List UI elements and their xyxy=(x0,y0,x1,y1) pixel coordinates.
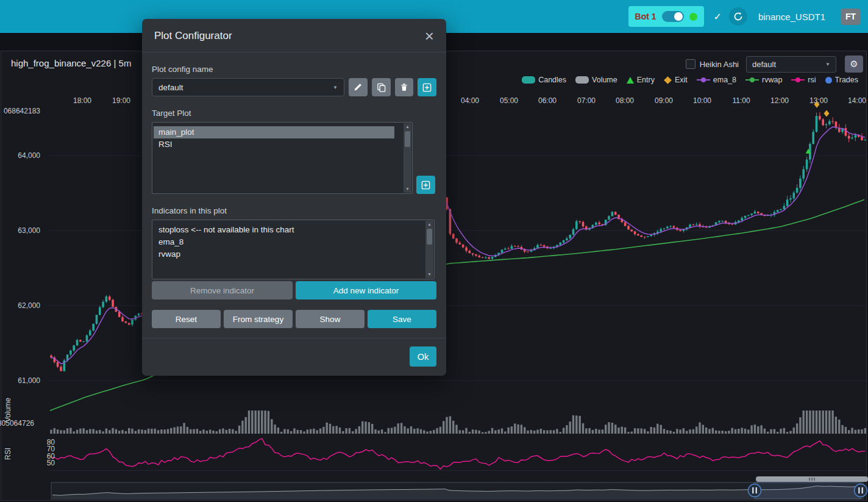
chevron-down-icon: ▼ xyxy=(825,62,830,67)
datazoom-handle[interactable] xyxy=(855,484,867,497)
svg-text:18:00: 18:00 xyxy=(73,96,91,105)
circle-marker xyxy=(825,77,832,84)
svg-text:07:00: 07:00 xyxy=(577,96,596,105)
toggle-knob xyxy=(674,12,683,21)
config-name-row: default ▼ xyxy=(152,78,436,96)
svg-text:62,000: 62,000 xyxy=(18,301,40,310)
pencil-icon xyxy=(354,83,362,91)
config-name-label: Plot config name xyxy=(152,65,436,74)
config-name-select[interactable]: default ▼ xyxy=(152,78,344,96)
indicator-list[interactable]: stoploss <-- not available in this chart… xyxy=(152,220,435,279)
datazoom-handle[interactable] xyxy=(749,484,761,497)
indicator-option[interactable]: rvwap xyxy=(154,248,416,260)
legend-item-candles[interactable]: Candles xyxy=(522,76,566,84)
scrollbar[interactable]: ▲ ▼ xyxy=(404,123,411,193)
svg-text:63,000: 63,000 xyxy=(18,226,40,235)
indicator-option[interactable]: stoploss <-- not available in this chart xyxy=(154,224,416,236)
datazoom-slider[interactable] xyxy=(51,476,868,499)
scroll-down-icon[interactable]: ▼ xyxy=(427,272,432,277)
svg-text:068642183: 068642183 xyxy=(4,107,40,115)
legend-label: rsi xyxy=(808,76,816,84)
scrollbar[interactable]: ▲ ▼ xyxy=(425,221,433,278)
trash-icon xyxy=(400,83,408,91)
svg-text:14:00: 14:00 xyxy=(848,96,866,105)
plot-configurator-modal: Plot Configurator × Plot config name def… xyxy=(142,19,446,376)
modal-title: Plot Configurator xyxy=(154,30,232,42)
line-dot-marker xyxy=(697,79,710,81)
legend-item-exit[interactable]: Exit xyxy=(664,76,688,84)
duplicate-config-button[interactable] xyxy=(372,78,391,96)
svg-text:05:00: 05:00 xyxy=(500,96,518,105)
chart-legend: CandlesVolumeEntryExitema_8rvwaprsiTrade… xyxy=(522,76,858,84)
modal-footer: Ok xyxy=(142,338,446,376)
svg-text:13:00: 13:00 xyxy=(809,96,828,105)
line-dot-marker xyxy=(745,79,759,81)
ft-logo[interactable]: FT xyxy=(841,9,860,25)
chart-controls: Heikin Ashi default ▼ ⚙ xyxy=(686,56,863,73)
legend-item-ema-8[interactable]: ema_8 xyxy=(697,76,736,84)
diamond-marker xyxy=(664,76,672,84)
svg-text:61,000: 61,000 xyxy=(18,376,40,385)
legend-item-trades[interactable]: Trades xyxy=(825,76,858,84)
refresh-button[interactable] xyxy=(729,7,747,26)
scroll-up-icon[interactable]: ▲ xyxy=(405,124,410,129)
bot-online-toggle[interactable] xyxy=(662,11,684,22)
triangle-marker xyxy=(627,77,634,84)
volume-series xyxy=(50,411,866,434)
bot-name-label: Bot 1 xyxy=(635,12,656,21)
remove-indicator-button[interactable]: Remove indicator xyxy=(152,281,293,299)
close-icon[interactable]: × xyxy=(425,28,434,44)
legend-label: ema_8 xyxy=(713,76,736,84)
add-config-button[interactable] xyxy=(418,78,436,96)
scroll-down-icon[interactable]: ▼ xyxy=(405,187,410,192)
ok-button[interactable]: Ok xyxy=(410,346,436,367)
indicator-option[interactable]: ema_8 xyxy=(154,236,416,248)
round-rect-marker xyxy=(575,76,589,84)
svg-text:09:00: 09:00 xyxy=(655,96,673,105)
svg-text:19:00: 19:00 xyxy=(112,96,130,105)
svg-text:RSI: RSI xyxy=(4,448,12,460)
target-plot-option[interactable]: main_plot xyxy=(154,126,394,138)
modal-body: Plot config name default ▼ xyxy=(142,52,446,338)
gear-icon: ⚙ xyxy=(850,59,858,70)
reset-button[interactable]: Reset xyxy=(152,310,221,328)
legend-item-rsi[interactable]: rsi xyxy=(791,76,816,84)
box-plus-icon xyxy=(422,83,432,92)
bot-status-dot xyxy=(689,13,697,21)
target-plot-option[interactable]: RSI xyxy=(154,138,394,151)
show-button[interactable]: Show xyxy=(296,310,365,328)
add-indicator-button[interactable]: Add new indicator xyxy=(296,281,436,299)
rsi-series xyxy=(51,439,865,469)
target-plot-label: Target Plot xyxy=(152,109,436,118)
plot-settings-button[interactable]: ⚙ xyxy=(845,56,863,73)
pair-label: binance_USDT1 xyxy=(758,12,825,22)
config-actions-row: Reset From strategy Show Save xyxy=(152,310,436,328)
legend-label: Volume xyxy=(592,76,617,84)
save-button[interactable]: Save xyxy=(368,310,436,328)
svg-text:11:00: 11:00 xyxy=(732,96,750,105)
scroll-thumb[interactable] xyxy=(427,229,432,245)
svg-text:64,000: 64,000 xyxy=(18,151,40,160)
scroll-thumb[interactable] xyxy=(405,131,410,147)
box-plus-icon xyxy=(421,181,430,190)
copy-icon xyxy=(377,83,386,92)
heikin-ashi-label: Heikin Ashi xyxy=(700,60,739,69)
svg-text:10:00: 10:00 xyxy=(693,96,711,105)
add-plot-button[interactable] xyxy=(416,176,435,194)
bot-selector[interactable]: Bot 1 xyxy=(628,6,704,27)
check-icon: ✓ xyxy=(714,11,722,23)
scroll-up-icon[interactable]: ▲ xyxy=(427,222,432,227)
legend-item-volume[interactable]: Volume xyxy=(575,76,617,84)
target-plot-list[interactable]: main_plotRSI ▲ ▼ xyxy=(152,122,413,194)
heikin-ashi-checkbox[interactable] xyxy=(686,59,695,69)
plot-config-select[interactable]: default ▼ xyxy=(746,56,836,73)
legend-item-rvwap[interactable]: rvwap xyxy=(745,76,782,84)
line-dot-marker xyxy=(791,79,805,81)
rename-config-button[interactable] xyxy=(349,78,368,96)
svg-text:06:00: 06:00 xyxy=(538,96,557,105)
svg-text:04:00: 04:00 xyxy=(461,96,479,105)
modal-header: Plot Configurator × xyxy=(142,19,446,52)
from-strategy-button[interactable]: From strategy xyxy=(224,310,293,328)
legend-item-entry[interactable]: Entry xyxy=(627,76,655,84)
delete-config-button[interactable] xyxy=(395,78,414,96)
